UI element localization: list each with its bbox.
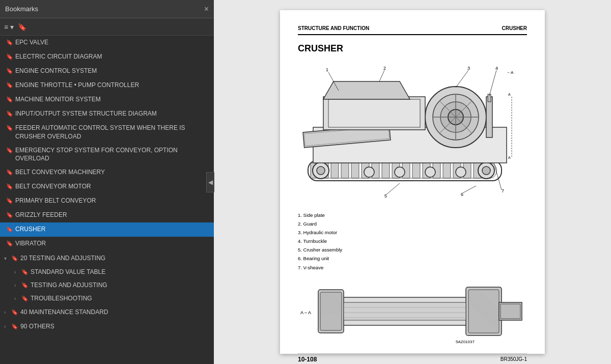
bookmark-icon-belt-machinery: 🔖: [6, 169, 12, 176]
bookmark-item-crusher[interactable]: 🔖 CRUSHER: [0, 222, 214, 237]
svg-rect-6: [341, 163, 349, 178]
bookmark-item-machine-monitor[interactable]: 🔖 MACHINE MONITOR SYSTEM: [0, 93, 214, 107]
bookmark-label-engine-control: ENGINE CONTROL SYSTEM: [15, 67, 210, 75]
bookmark-list: 🔖 EPC VALVE 🔖 ELECTRIC CIRCUIT DIAGRAM 🔖…: [0, 36, 214, 364]
bookmark-label-belt-motor: BELT CONVEYOR MOTOR: [15, 182, 210, 191]
sub-icon-trouble: 🔖: [21, 295, 27, 302]
doc-footer: 10-108 BR350JG-1: [298, 353, 527, 363]
bookmark-label-electric: ELECTRIC CIRCUIT DIAGRAM: [15, 52, 210, 61]
document-view[interactable]: STRUCTURE AND FUNCTION CRUSHER CRUSHER: [214, 0, 611, 364]
bookmark-icon-electric: 🔖: [6, 53, 12, 61]
section-icon-20: 🔖: [11, 255, 17, 262]
subsection-testing-adjusting[interactable]: › 🔖 TESTING AND ADJUSTING: [0, 278, 214, 292]
sub-expand-trouble: ›: [14, 296, 21, 301]
bookmark-label-emergency-stop: EMERGENCY STOP SYSTEM FOR CONVEYOR, OPTI…: [15, 146, 210, 163]
section-icon-90: 🔖: [11, 323, 17, 330]
bookmark-item-belt-machinery[interactable]: 🔖 BELT CONVEYOR MACHINERY: [0, 165, 214, 180]
list-view-button[interactable]: ≡ ▾: [4, 23, 14, 31]
bookmark-item-primary-belt[interactable]: 🔖 PRIMARY BELT CONVEYOR: [0, 194, 214, 208]
doc-ref: BR350JG-1: [501, 356, 527, 362]
diagram-top: 1 2 3 4 ←A 5 6 7: [298, 61, 527, 204]
svg-point-26: [395, 167, 405, 177]
section-icon-40: 🔖: [11, 309, 17, 316]
bookmark-item-emergency-stop[interactable]: 🔖 EMERGENCY STOP SYSTEM FOR CONVEYOR, OP…: [0, 144, 214, 166]
bookmarks-title: Bookmarks: [5, 5, 38, 13]
subsection-standard-value[interactable]: › 🔖 STANDARD VALUE TABLE: [0, 265, 214, 278]
bookmark-icon-belt-motor: 🔖: [6, 183, 12, 190]
sub-icon-standard: 🔖: [21, 269, 27, 275]
bookmark-icon-engine-control: 🔖: [6, 67, 12, 75]
bookmark-icon-button[interactable]: 🔖: [18, 23, 26, 31]
bookmarks-panel: Bookmarks × ≡ ▾ 🔖 🔖 EPC VALVE 🔖 ELECTRIC…: [0, 0, 214, 364]
svg-point-27: [425, 167, 435, 177]
document-page: STRUCTURE AND FUNCTION CRUSHER CRUSHER: [280, 10, 545, 354]
bookmark-item-engine-control[interactable]: 🔖 ENGINE CONTROL SYSTEM: [0, 64, 214, 78]
svg-text:1: 1: [326, 67, 328, 72]
legend-item-4: 4. Turnbuckle: [298, 237, 527, 245]
sub-label-standard: STANDARD VALUE TABLE: [31, 268, 105, 275]
legend: 1. Side plate 2. Guard 3. Hydraulic moto…: [298, 211, 527, 272]
collapse-arrow-icon: ◀: [208, 179, 213, 186]
subsection-troubleshooting[interactable]: › 🔖 TROUBLESHOOTING: [0, 292, 214, 305]
bookmark-icon-vibrator: 🔖: [6, 240, 12, 247]
bookmark-icon-grizzly: 🔖: [6, 211, 12, 219]
section-90-others[interactable]: › 🔖 90 OTHERS: [0, 319, 214, 333]
bookmark-icon-primary-belt: 🔖: [6, 197, 12, 205]
toolbar: ≡ ▾ 🔖: [0, 18, 214, 36]
bookmark-item-vibrator[interactable]: 🔖 VIBRATOR: [0, 237, 214, 251]
bookmark-item-belt-motor[interactable]: 🔖 BELT CONVEYOR MOTOR: [0, 180, 214, 194]
section-label-40: 40 MAINTENANCE STANDARD: [20, 309, 108, 316]
svg-point-25: [364, 167, 374, 177]
close-button[interactable]: ×: [204, 5, 209, 13]
bookmark-label-grizzly: GRIZZLY FEEDER: [15, 211, 210, 219]
svg-rect-43: [486, 97, 492, 137]
svg-text:4: 4: [495, 66, 498, 71]
list-icon: ≡ ▾: [4, 23, 14, 31]
bookmark-label-vibrator: VIBRATOR: [15, 239, 210, 248]
svg-text:7: 7: [502, 188, 504, 193]
sub-icon-testing: 🔖: [21, 282, 27, 289]
bookmark-icon-emergency-stop: 🔖: [6, 147, 12, 154]
bookmark-item-grizzly[interactable]: 🔖 GRIZZLY FEEDER: [0, 208, 214, 222]
bookmark-item-engine-throttle[interactable]: 🔖 ENGINE THROTTLE • PUMP CONTROLLER: [0, 78, 214, 93]
bookmark-icon-machine-monitor: 🔖: [6, 96, 12, 103]
bookmark-icon-feeder-auto: 🔖: [6, 124, 12, 132]
bookmark-label-engine-throttle: ENGINE THROTTLE • PUMP CONTROLLER: [15, 81, 210, 90]
bookmark-label-epc: EPC VALVE: [15, 38, 210, 47]
doc-header-left: STRUCTURE AND FUNCTION: [298, 25, 369, 31]
bookmark-item-epc-valve[interactable]: 🔖 EPC VALVE: [0, 36, 214, 50]
section-40-maintenance[interactable]: › 🔖 40 MAINTENANCE STANDARD: [0, 305, 214, 319]
bookmark-item-feeder-auto[interactable]: 🔖 FEEDER AUTOMATIC CONTROL SYSTEM WHEN T…: [0, 121, 214, 144]
bookmark-icon-epc: 🔖: [6, 39, 12, 46]
svg-text:←A: ←A: [507, 70, 514, 75]
expand-arrow-40: ›: [4, 310, 11, 315]
bookmarks-header: Bookmarks ×: [0, 0, 214, 18]
bookmark-label-feeder-auto: FEEDER AUTOMATIC CONTROL SYSTEM WHEN THE…: [15, 124, 210, 141]
sub-label-testing: TESTING AND ADJUSTING: [31, 282, 107, 289]
bookmark-label-crusher: CRUSHER: [15, 225, 210, 234]
sub-label-trouble: TROUBLESHOOTING: [31, 295, 92, 302]
svg-point-28: [456, 167, 466, 177]
page-number: 10-108: [298, 356, 317, 363]
svg-rect-5: [331, 163, 339, 178]
svg-rect-7: [351, 163, 359, 178]
bookmark-label-belt-machinery: BELT CONVEYOR MACHINERY: [15, 168, 210, 177]
svg-text:3: 3: [467, 66, 470, 71]
crusher-diagram-svg: 1 2 3 4 ←A 5 6 7: [298, 61, 527, 204]
bookmark-item-input-output[interactable]: 🔖 INPUT/OUTPUT SYSTEM STRUCTURE DIAGRAM: [0, 107, 214, 121]
doc-header: STRUCTURE AND FUNCTION CRUSHER: [298, 25, 527, 35]
sub-expand-standard: ›: [14, 269, 21, 275]
svg-text:A – A: A – A: [300, 310, 311, 315]
expand-arrow-20: ▾: [4, 256, 11, 261]
svg-rect-13: [412, 163, 420, 178]
svg-text:A: A: [508, 156, 511, 159]
bookmark-item-electric-circuit[interactable]: 🔖 ELECTRIC CIRCUIT DIAGRAM: [0, 50, 214, 64]
legend-item-7: 7. V-sheave: [298, 263, 527, 272]
bookmark-label-machine-monitor: MACHINE MONITOR SYSTEM: [15, 95, 210, 104]
diagram-bottom: A – A 5AZ01037: [298, 277, 527, 348]
svg-rect-10: [382, 163, 390, 178]
svg-marker-42: [323, 81, 410, 99]
svg-point-24: [482, 166, 490, 175]
section-20-testing[interactable]: ▾ 🔖 20 TESTING AND ADJUSTING: [0, 251, 214, 265]
collapse-panel-button[interactable]: ◀: [206, 172, 214, 192]
